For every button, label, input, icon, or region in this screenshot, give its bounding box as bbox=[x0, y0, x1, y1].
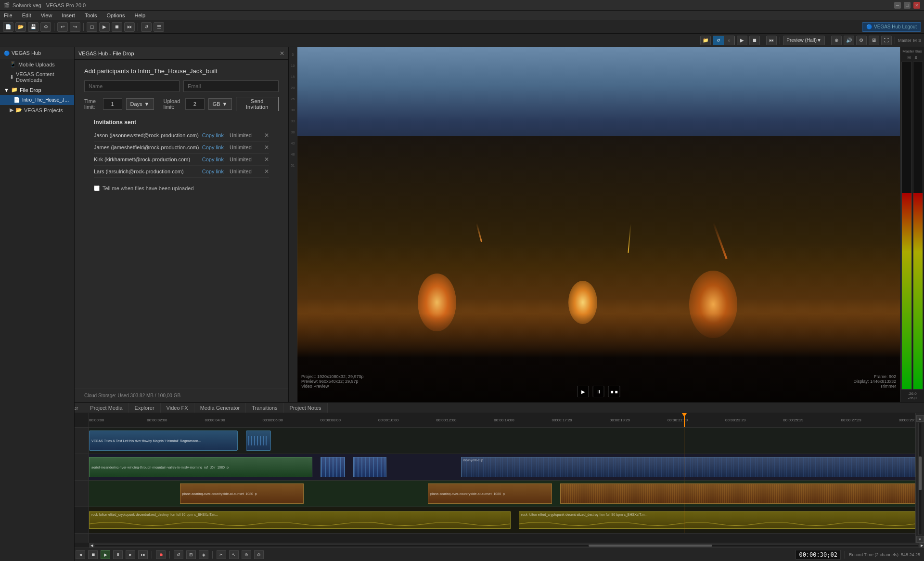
tab-project-media[interactable]: Project Media bbox=[84, 403, 128, 413]
tab-transitions[interactable]: Transitions bbox=[246, 403, 283, 413]
transport-tool-3[interactable]: ⊕ bbox=[242, 550, 251, 559]
name-input[interactable] bbox=[84, 80, 180, 92]
maximize-button[interactable]: □ bbox=[904, 2, 911, 9]
clip-4-1[interactable]: rock-fulton-elited_cryptopunk-decentrali… bbox=[89, 511, 511, 529]
minimize-button[interactable]: ─ bbox=[894, 2, 901, 9]
tab-explorer[interactable]: Explorer bbox=[129, 403, 161, 413]
sidebar-item-intro-file[interactable]: 📄 Intro_The_House_Jack_built bbox=[0, 95, 74, 105]
preview-extra-1[interactable]: ⊕ bbox=[831, 36, 842, 45]
time-unit-dropdown[interactable]: Days ▼ bbox=[126, 98, 154, 110]
close-button[interactable]: ✕ bbox=[913, 2, 920, 9]
transport-sep-3 bbox=[169, 551, 170, 559]
open-media-button[interactable]: 📁 bbox=[700, 36, 711, 45]
clip-2-2[interactable] bbox=[321, 457, 346, 477]
transport-stop[interactable]: ⏹ bbox=[88, 550, 98, 559]
remove-invitation-1[interactable]: ✕ bbox=[264, 144, 269, 151]
upload-limit-input[interactable] bbox=[185, 98, 205, 110]
send-invitation-button[interactable]: Send Invitation bbox=[236, 97, 279, 111]
tab-video-fx[interactable]: Video FX bbox=[161, 403, 194, 413]
preview-extra-5[interactable]: ⛶ bbox=[881, 36, 892, 45]
remove-invitation-2[interactable]: ✕ bbox=[264, 156, 269, 163]
invitation-limit-0: Unlimited bbox=[230, 132, 258, 138]
transport-snap[interactable]: ⊞ bbox=[186, 550, 196, 559]
tb-extra-1[interactable]: ◻ bbox=[87, 22, 97, 32]
loop-off-toggle[interactable]: ○ bbox=[724, 36, 734, 45]
preview-extra-2[interactable]: 🔊 bbox=[844, 36, 854, 45]
clip-4-2[interactable]: rock-fulton-elited_cryptopunk-decentrali… bbox=[519, 511, 915, 529]
transport-next-frame[interactable]: ► bbox=[126, 550, 135, 559]
clip-3-1[interactable]: plane-soaring-over-countryside-at-sunset… bbox=[180, 483, 304, 504]
sidebar-item-mobile-uploads[interactable]: 📱 Mobile Uploads bbox=[0, 59, 74, 69]
tb-extra-4[interactable]: ⏮ bbox=[124, 22, 135, 32]
clip-2-4[interactable]: new-york-clip bbox=[461, 457, 915, 477]
clip-2-3[interactable] bbox=[353, 457, 386, 477]
clip-3-2[interactable]: plane-soaring-over-countryside-at-sunset… bbox=[428, 483, 552, 504]
tab-media-generator[interactable]: Media Generator bbox=[194, 403, 246, 413]
sidebar-item-content-downloads[interactable]: ⬇ VEGAS Content Downloads bbox=[0, 69, 74, 85]
clip-2-1[interactable]: aeriol-meandering-river-winding-through-… bbox=[89, 457, 312, 477]
copy-link-button-2[interactable]: Copy link bbox=[202, 157, 224, 162]
settings-button[interactable]: ⚙ bbox=[40, 22, 51, 32]
transport-record[interactable]: ⏺ bbox=[156, 550, 166, 559]
preview-extra-3[interactable]: ⚙ bbox=[856, 36, 867, 45]
tab-project-notes[interactable]: Project Notes bbox=[284, 403, 328, 413]
open-button[interactable]: 📂 bbox=[15, 22, 26, 32]
menu-file[interactable]: File bbox=[2, 13, 14, 18]
h-scroll-right[interactable]: ▶ bbox=[919, 543, 924, 548]
email-input[interactable] bbox=[183, 80, 279, 92]
time-limit-input[interactable] bbox=[103, 98, 122, 110]
copy-link-button-0[interactable]: Copy link bbox=[202, 132, 224, 138]
menu-view[interactable]: View bbox=[39, 13, 54, 18]
save-button[interactable]: 💾 bbox=[28, 22, 38, 32]
transport-tool-2[interactable]: ↖ bbox=[229, 550, 239, 559]
transport-pause[interactable]: ⏸ bbox=[113, 550, 123, 559]
copy-link-button-1[interactable]: Copy link bbox=[202, 144, 224, 150]
clip-3-3[interactable] bbox=[560, 483, 915, 504]
transport-tool-1[interactable]: ✂ bbox=[217, 550, 226, 559]
stop-preview-button[interactable]: ⏹ bbox=[749, 36, 760, 45]
undo-button[interactable]: ↩ bbox=[57, 22, 68, 32]
preview-play-button[interactable]: ▶ bbox=[578, 386, 589, 397]
menu-insert[interactable]: Insert bbox=[60, 13, 77, 18]
remove-invitation-3[interactable]: ✕ bbox=[264, 168, 269, 175]
jump-start-button[interactable]: ⏮ bbox=[766, 36, 777, 45]
video-preview[interactable]: ▶ ⏸ ■ ■ Project: 1920x1080x32; 29,970p P… bbox=[297, 47, 900, 402]
hub-button[interactable]: 🔵 VEGAS Hub Logout bbox=[862, 22, 921, 32]
transport-marker[interactable]: ◈ bbox=[199, 550, 208, 559]
transport-tool-4[interactable]: ⊘ bbox=[254, 550, 264, 559]
scroll-up-btn[interactable]: ▲ bbox=[916, 415, 924, 422]
tb-extra-3[interactable]: ⏹ bbox=[112, 22, 122, 32]
transport-play[interactable]: ▶ bbox=[101, 550, 110, 559]
remove-invitation-0[interactable]: ✕ bbox=[264, 132, 269, 139]
menu-help[interactable]: Help bbox=[132, 13, 147, 18]
menu-edit[interactable]: Edit bbox=[20, 13, 33, 18]
new-button[interactable]: 📄 bbox=[3, 22, 13, 32]
tb-extra-2[interactable]: ▶ bbox=[99, 22, 110, 32]
upload-unit-dropdown[interactable]: GB ▼ bbox=[208, 98, 232, 110]
sidebar-group-file-drop[interactable]: ▼ 📁 File Drop bbox=[0, 85, 74, 95]
preview-stop-button[interactable]: ■ ■ bbox=[608, 386, 620, 397]
tb-extra-5[interactable]: ↺ bbox=[141, 22, 152, 32]
play-preview-button[interactable]: ▶ bbox=[737, 36, 747, 45]
scroll-down-btn[interactable]: ▼ bbox=[916, 536, 924, 543]
copy-link-button-3[interactable]: Copy link bbox=[202, 169, 224, 174]
redo-button[interactable]: ↪ bbox=[70, 22, 80, 32]
notify-checkbox[interactable] bbox=[94, 185, 100, 191]
sidebar-item-vegas-projects[interactable]: ▶ 📂 VEGAS Projects bbox=[0, 105, 74, 115]
h-scroll-left[interactable]: ◀ bbox=[89, 543, 94, 548]
preview-extra-4[interactable]: 🖥 bbox=[869, 36, 879, 45]
clip-1-2[interactable] bbox=[246, 431, 271, 451]
file-drop-close-button[interactable]: ✕ bbox=[280, 50, 284, 57]
h-scroll-thumb[interactable] bbox=[589, 545, 712, 547]
tb-extra-6[interactable]: ☰ bbox=[154, 22, 164, 32]
loop-toggle[interactable]: ↺ bbox=[713, 36, 724, 45]
menu-options[interactable]: Options bbox=[105, 13, 127, 18]
transport-goto-end[interactable]: ⏭ bbox=[138, 550, 148, 559]
scroll-thumb[interactable] bbox=[919, 457, 922, 490]
clip-1-1[interactable]: VEGAS Titles & Text Let this river flowb… bbox=[89, 431, 238, 451]
preview-pause-button[interactable]: ⏸ bbox=[593, 386, 604, 397]
preview-quality-button[interactable]: Preview (Half) ▼ bbox=[783, 36, 825, 45]
transport-prev-frame[interactable]: ◄ bbox=[76, 550, 85, 559]
menu-tools[interactable]: Tools bbox=[83, 13, 99, 18]
transport-loop[interactable]: ↺ bbox=[174, 550, 183, 559]
